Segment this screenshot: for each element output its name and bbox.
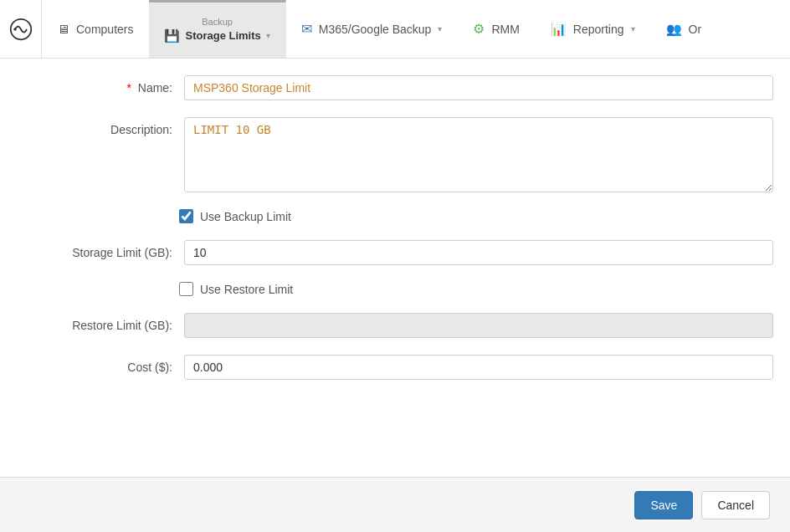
rmm-icon — [473, 21, 485, 37]
storage-limit-input[interactable] — [184, 240, 773, 265]
cost-input[interactable] — [184, 355, 773, 380]
nav-label-rmm: RMM — [491, 23, 519, 36]
name-required-asterisk: * — [126, 81, 131, 95]
nav-label-m365: M365/Google Backup — [319, 23, 432, 36]
nav-label-reporting: Reporting — [573, 23, 624, 36]
name-row: * Name: — [0, 75, 790, 100]
chart-icon — [551, 22, 567, 37]
storage-limit-label: Storage Limit (GB): — [17, 240, 184, 259]
nav-item-or[interactable]: Or — [651, 0, 718, 58]
mail-icon — [301, 21, 312, 37]
nav-super-backup: Backup — [202, 17, 233, 27]
use-backup-limit-row: Use Backup Limit — [0, 209, 790, 223]
nav-item-reporting[interactable]: Reporting ▾ — [536, 0, 651, 58]
description-label: Description: — [17, 117, 184, 136]
nav-label-or: Or — [689, 23, 702, 36]
name-label: * Name: — [17, 75, 184, 95]
backup-icon — [164, 28, 180, 43]
logo[interactable] — [0, 0, 42, 58]
nav-label-computers: Computers — [76, 23, 133, 36]
restore-limit-input[interactable] — [184, 313, 773, 338]
storage-limit-row: Storage Limit (GB): — [0, 240, 790, 265]
monitor-icon — [57, 22, 69, 37]
restore-limit-label: Restore Limit (GB): — [17, 313, 184, 332]
navbar: Computers Backup Storage Limits ▾ M365/G… — [0, 0, 790, 59]
description-input[interactable]: LIMIT 10 GB — [184, 117, 773, 192]
backup-arrow-icon: ▾ — [266, 31, 270, 40]
description-row: Description: LIMIT 10 GB — [0, 117, 790, 192]
nav-item-rmm[interactable]: RMM — [458, 0, 535, 58]
use-restore-limit-checkbox[interactable] — [179, 282, 193, 296]
nav-item-computers[interactable]: Computers — [42, 0, 149, 58]
nav-item-backup[interactable]: Backup Storage Limits ▾ — [149, 0, 285, 58]
svg-point-1 — [13, 28, 17, 31]
use-restore-limit-label[interactable]: Use Restore Limit — [200, 283, 293, 296]
cost-row: Cost ($): — [0, 355, 790, 380]
m365-arrow-icon: ▾ — [438, 24, 442, 33]
nav-label-backup: Storage Limits — [185, 29, 260, 42]
users-icon — [666, 22, 682, 37]
use-restore-limit-row: Use Restore Limit — [0, 282, 790, 296]
reporting-arrow-icon: ▾ — [631, 24, 635, 33]
form-area: * Name: Description: LIMIT 10 GB Use Bac… — [0, 59, 790, 477]
use-backup-limit-label[interactable]: Use Backup Limit — [200, 210, 291, 223]
restore-limit-row: Restore Limit (GB): — [0, 313, 790, 338]
use-backup-limit-checkbox[interactable] — [179, 209, 193, 223]
name-input[interactable] — [184, 75, 773, 100]
nav-item-m365[interactable]: M365/Google Backup ▾ — [286, 0, 459, 58]
cost-label: Cost ($): — [17, 355, 184, 374]
